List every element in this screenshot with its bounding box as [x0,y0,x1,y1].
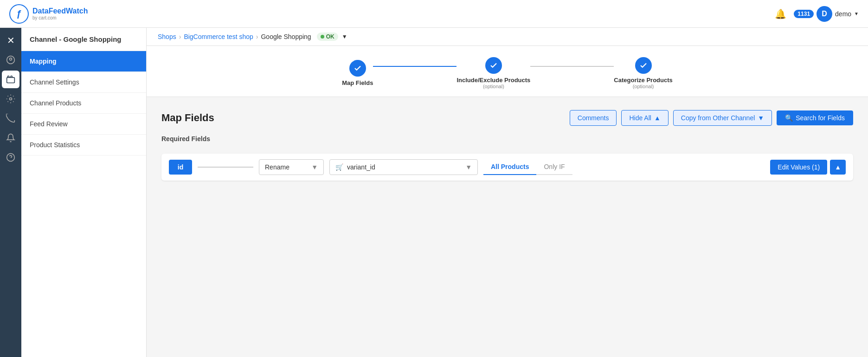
main-layout: ✕ Channel - Google Shopping Mapping Chan… [0,28,868,357]
sidebar-item-channel-settings[interactable]: Channel Settings [21,72,146,93]
channel-panel: Channel - Google Shopping Mapping Channe… [21,28,147,357]
sidebar-feeds-icon[interactable] [2,110,19,127]
breadcrumb-sep-1: › [179,33,181,40]
breadcrumb: Shops › BigCommerce test shop › Google S… [147,28,868,46]
top-header: ƒ DataFeedWatch by cart.com 🔔 1131 D dem… [0,0,868,28]
comments-button-label: Comments [578,114,609,122]
step-map-fields-label: Map Fields [342,79,373,86]
field-row: id Rename ▼ 🛒 variant_id ▼ All Products [161,154,853,181]
user-dropdown-arrow-icon[interactable]: ▼ [854,11,859,16]
sidebar-item-mapping-label: Mapping [30,58,57,65]
sidebar-item-channel-products[interactable]: Channel Products [21,93,146,114]
steps-connector-1 [373,66,457,67]
logo-icon: ƒ [9,4,29,24]
steps-wizard: Map Fields Include/Exclude Products (opt… [147,46,868,97]
required-fields-label: Required Fields [161,135,853,143]
map-fields-actions: Comments Hide All ▲ Copy from Other Chan… [570,110,853,126]
sidebar-item-feed-review[interactable]: Feed Review [21,114,146,135]
search-for-fields-button[interactable]: 🔍 Search for Fields [777,110,853,125]
copy-from-other-channel-button[interactable]: Copy from Other Channel ▼ [673,110,772,126]
status-label: OK [326,33,334,40]
hide-all-button-label: Hide All [629,114,651,122]
svg-point-3 [10,98,12,100]
field-row-actions: Edit Values (1) ▲ [770,160,846,175]
map-fields-title: Map Fields [161,112,214,124]
step-include-exclude-sublabel: (optional) [483,84,504,89]
sidebar-close-button[interactable]: ✕ [2,32,19,49]
tab-all-products-label: All Products [491,163,529,170]
field-id-badge: id [169,160,192,175]
value-select[interactable]: 🛒 variant_id ▼ [329,159,478,175]
chevron-up-icon: ▲ [835,163,841,171]
field-connector-line [198,167,253,168]
map-fields-header: Map Fields Comments Hide All ▲ Copy from… [161,110,853,126]
sidebar-item-product-statistics[interactable]: Product Statistics [21,135,146,156]
step-categorize-icon [635,57,652,74]
copy-from-other-channel-label: Copy from Other Channel [681,114,755,122]
rename-dropdown-arrow-icon: ▼ [311,163,318,171]
step-include-exclude-label: Include/Exclude Products [457,77,530,84]
edit-values-button-label: Edit Values (1) [778,163,820,171]
map-fields-section: Map Fields Comments Hide All ▲ Copy from… [147,97,868,357]
step-categorize-label: Categorize Products [614,77,672,84]
cart-icon: 🛒 [335,163,343,171]
status-badge: OK [317,32,338,41]
sidebar-item-mapping[interactable]: Mapping [21,51,146,72]
status-dot-icon [321,35,324,39]
sidebar-settings-icon[interactable] [2,90,19,108]
content-area: Shops › BigCommerce test shop › Google S… [147,28,868,357]
breadcrumb-channel-name: Google Shopping [261,33,311,40]
step-map-fields-icon [349,60,366,77]
hide-all-button[interactable]: Hide All ▲ [621,110,668,126]
step-include-exclude-icon [485,57,502,74]
collapse-row-button[interactable]: ▲ [830,160,846,175]
step-categorize-sublabel: (optional) [633,84,654,89]
tab-only-if[interactable]: Only IF [536,159,572,175]
notification-bell-icon[interactable]: 🔔 [775,8,786,19]
icon-sidebar: ✕ [0,28,21,357]
step-include-exclude[interactable]: Include/Exclude Products (optional) [457,57,530,89]
product-tab-group: All Products Only IF [483,159,572,175]
user-avatar[interactable]: D [817,6,832,22]
sidebar-help-icon[interactable] [2,149,19,166]
sidebar-item-channel-products-label: Channel Products [30,99,81,107]
breadcrumb-sep-2: › [256,33,258,40]
tab-all-products[interactable]: All Products [483,159,536,175]
sidebar-item-product-statistics-label: Product Statistics [30,141,80,149]
rename-select[interactable]: Rename ▼ [259,159,324,175]
step-categorize[interactable]: Categorize Products (optional) [614,57,672,89]
channel-panel-title: Channel - Google Shopping [21,28,146,51]
user-name-label[interactable]: demo [835,10,851,18]
search-for-fields-label: Search for Fields [796,114,845,122]
brand-name: DataFeedWatch [32,7,88,15]
user-badge-area: 1131 D demo ▼ [794,6,859,22]
sidebar-item-feed-review-label: Feed Review [30,120,68,128]
tab-only-if-label: Only IF [544,163,565,170]
value-select-label: variant_id [347,163,375,171]
brand-sub: by cart.com [32,15,88,20]
breadcrumb-dropdown-icon[interactable]: ▼ [342,33,347,40]
field-id-text: id [178,163,183,171]
steps-connector-2 [530,66,614,67]
svg-rect-2 [7,78,15,83]
hide-all-chevron-icon: ▲ [654,114,661,122]
copy-dropdown-arrow-icon: ▼ [758,114,764,122]
edit-values-button[interactable]: Edit Values (1) [770,160,827,175]
sidebar-palette-icon[interactable] [2,51,19,69]
svg-point-1 [10,58,12,60]
sidebar-item-channel-settings-label: Channel Settings [30,78,79,86]
value-dropdown-arrow-icon: ▼ [465,163,472,171]
logo-area: ƒ DataFeedWatch by cart.com [9,4,88,24]
step-map-fields[interactable]: Map Fields [342,60,373,86]
breadcrumb-shop-link[interactable]: BigCommerce test shop [184,33,253,40]
rename-select-label: Rename [265,163,289,171]
notification-count-badge: 1131 [794,10,814,18]
sidebar-shop-icon[interactable] [2,71,19,88]
header-right: 🔔 1131 D demo ▼ [775,6,859,22]
sidebar-bell-icon[interactable] [2,129,19,147]
search-icon: 🔍 [785,114,793,122]
logo-text: DataFeedWatch by cart.com [32,7,88,20]
breadcrumb-shops-link[interactable]: Shops [158,33,176,40]
comments-button[interactable]: Comments [570,110,617,126]
